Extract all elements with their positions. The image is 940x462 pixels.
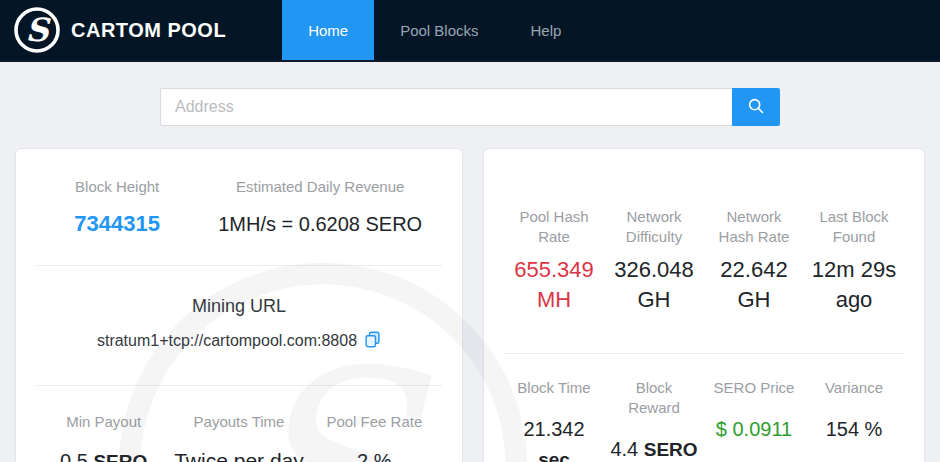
variance-value: 154 % <box>809 414 899 444</box>
copy-url-button[interactable] <box>364 331 381 351</box>
min-payout-value: 0.5 SERO <box>36 446 171 462</box>
search-box <box>160 88 780 126</box>
mining-url-value: stratum1+tcp://cartompool.com:8808 <box>97 332 357 350</box>
payouts-time-label: Payouts Time <box>171 412 306 432</box>
min-payout-stat: Min Payout 0.5 SERO <box>36 412 171 462</box>
block-height-value: 7344315 <box>36 209 198 239</box>
pool-hash-rate-label: Pool Hash Rate <box>509 207 599 247</box>
block-height-label: Block Height <box>36 177 198 197</box>
search-section <box>0 62 940 126</box>
nav-menu: Home Pool Blocks Help <box>282 0 587 60</box>
sero-price-label: SERO Price <box>709 378 799 398</box>
pool-fee-rate-value: 2 % <box>307 446 442 462</box>
pool-hash-rate-value: 655.349 MH <box>509 255 599 315</box>
estimated-daily-revenue-label: Estimated Daily Revenue <box>198 177 442 197</box>
last-block-found-label: Last Block Found <box>809 207 899 247</box>
estimated-daily-revenue-value: 1MH/s = 0.6208 SERO <box>198 209 442 239</box>
brand-name: CARTOM POOL <box>71 19 226 42</box>
network-difficulty-value: 326.048 GH <box>609 255 699 315</box>
brand-link[interactable]: S CARTOM POOL <box>0 0 226 60</box>
block-reward-value: 4.4 SERO <box>609 434 699 462</box>
last-block-found-value: 12m 29s ago <box>809 255 899 315</box>
variance-label: Variance <box>809 378 899 398</box>
network-hash-rate-label: Network Hash Rate <box>709 207 799 247</box>
payouts-time-value: Twice per day <box>171 446 306 462</box>
mining-url-label: Mining URL <box>36 296 442 317</box>
pool-info-card: Block Height 7344315 Estimated Daily Rev… <box>15 148 463 462</box>
payouts-time-stat: Payouts Time Twice per day <box>171 412 306 462</box>
cards-row: Block Height 7344315 Estimated Daily Rev… <box>15 148 925 462</box>
mining-url-section: Mining URL stratum1+tcp://cartompool.com… <box>16 266 462 385</box>
variance-stat: Variance 154 % <box>804 378 904 462</box>
block-time-stat: Block Time 21.342 sec <box>504 378 604 462</box>
address-search-input[interactable] <box>160 88 732 126</box>
network-hash-rate-stat: Network Hash Rate 22.642 GH <box>704 207 804 315</box>
svg-text:S: S <box>25 11 51 49</box>
search-button[interactable] <box>732 88 780 126</box>
pool-fee-rate-stat: Pool Fee Rate 2 % <box>307 412 442 462</box>
last-block-found-stat: Last Block Found 12m 29s ago <box>804 207 904 315</box>
pool-fee-rate-label: Pool Fee Rate <box>307 412 442 432</box>
network-difficulty-stat: Network Difficulty 326.048 GH <box>604 207 704 315</box>
search-icon <box>747 97 765 118</box>
sero-price-value: $ 0.0911 <box>709 414 799 444</box>
block-reward-label: Block Reward <box>609 378 699 418</box>
nav-item-home[interactable]: Home <box>282 0 374 60</box>
nav-item-help[interactable]: Help <box>505 0 588 60</box>
navbar: S CARTOM POOL Home Pool Blocks Help <box>0 0 940 62</box>
nav-item-pool-blocks[interactable]: Pool Blocks <box>374 0 504 60</box>
block-height-stat: Block Height 7344315 <box>36 177 198 239</box>
min-payout-label: Min Payout <box>36 412 171 432</box>
block-time-label: Block Time <box>509 378 599 398</box>
sero-price-stat: SERO Price $ 0.0911 <box>704 378 804 462</box>
network-stats-card: Pool Hash Rate 655.349 MH Network Diffic… <box>483 148 925 462</box>
copy-icon <box>364 331 381 351</box>
pool-hash-rate-stat: Pool Hash Rate 655.349 MH <box>504 207 604 315</box>
network-hash-rate-value: 22.642 GH <box>709 255 799 315</box>
network-difficulty-label: Network Difficulty <box>609 207 699 247</box>
block-time-value: 21.342 sec <box>509 414 599 462</box>
block-reward-stat: Block Reward 4.4 SERO <box>604 378 704 462</box>
sero-s-logo-icon: S <box>13 6 61 54</box>
estimated-daily-revenue-stat: Estimated Daily Revenue 1MH/s = 0.6208 S… <box>198 177 442 239</box>
